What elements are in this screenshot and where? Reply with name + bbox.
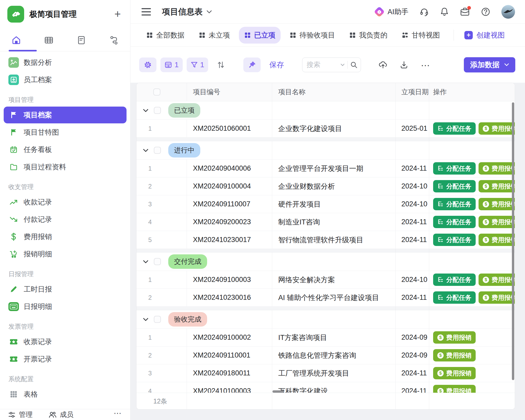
expense-report-button[interactable]: $费用报销: [479, 180, 515, 192]
manage-button[interactable]: 管理: [8, 410, 33, 419]
column-header-name[interactable]: 项目名称: [272, 83, 396, 101]
sidebar-item-2-3[interactable]: 报销明细: [4, 246, 127, 262]
create-view-button[interactable]: +创建视图: [464, 30, 505, 40]
group-checkbox[interactable]: [154, 258, 161, 265]
column-header-date[interactable]: 立项日期: [396, 83, 429, 101]
expense-report-button[interactable]: $费用报销: [479, 162, 515, 175]
search-input[interactable]: 搜索: [302, 57, 361, 72]
expense-report-button[interactable]: $费用报销: [433, 331, 476, 344]
sidebar-item-5-1[interactable]: 流程: [4, 403, 127, 406]
horizontal-scrollbar[interactable]: [272, 390, 284, 393]
expense-report-button[interactable]: $费用报销: [479, 216, 515, 228]
table-row[interactable]: 4XM202410100003万科数字化建设2024-11$费用报销: [136, 382, 515, 393]
project-name: AI 辅助个性化学习平台建设项目: [278, 293, 379, 302]
group-collapse-chevron-icon[interactable]: [143, 109, 149, 112]
assign-task-button[interactable]: 分配任务: [433, 122, 476, 135]
sidebar-tab-2[interactable]: [65, 35, 98, 45]
assign-task-button[interactable]: 分配任务: [433, 291, 476, 304]
settings-button[interactable]: [139, 57, 156, 72]
group-checkbox[interactable]: [154, 316, 161, 323]
user-avatar[interactable]: [501, 5, 515, 19]
add-workspace-button[interactable]: +: [112, 9, 123, 19]
sidebar-item-2-2[interactable]: 费用报销: [4, 228, 127, 245]
more-actions-icon[interactable]: …: [416, 57, 435, 72]
group-checkbox[interactable]: [154, 107, 161, 114]
select-all-checkbox[interactable]: [153, 88, 160, 96]
expense-report-button[interactable]: $费用报销: [433, 385, 476, 393]
table-row[interactable]: 2XM202410230016AI 辅助个性化学习平台建设项目2024-11分配…: [136, 289, 515, 307]
table-row[interactable]: 5XM202410230017智行物流管理软件升级项目2024-11分配任务$费…: [136, 231, 515, 249]
pin-button[interactable]: [243, 57, 261, 72]
table-row[interactable]: 2XM202409110001铁路信息化管理方案咨询2024-09$费用报销: [136, 346, 515, 364]
assign-task-button[interactable]: 分配任务: [433, 234, 476, 246]
assign-task-button[interactable]: 分配任务: [433, 198, 476, 210]
sidebar-item-2-0[interactable]: 收款记录: [4, 194, 127, 211]
import-icon[interactable]: [374, 61, 392, 69]
column-header-actions[interactable]: 操作: [429, 83, 515, 101]
filter-button[interactable]: 1: [187, 57, 208, 72]
table-row[interactable]: 1XM202409100002IT方案咨询项目2024-09$费用报销: [136, 329, 515, 346]
view-tab-4[interactable]: 我负责的: [344, 27, 393, 44]
expense-report-button[interactable]: $费用报销: [479, 122, 515, 135]
assign-task-button[interactable]: 分配任务: [433, 162, 476, 175]
sidebar-tab-0[interactable]: [0, 35, 33, 45]
search-scope-chevron-icon[interactable]: [340, 64, 345, 66]
sidebar-item-1-2[interactable]: 任务看板: [4, 141, 127, 158]
group-collapse-chevron-icon[interactable]: [143, 318, 149, 321]
sidebar-item-1-3[interactable]: 项目过程资料: [4, 159, 127, 175]
briefcase-icon[interactable]: [460, 7, 470, 17]
sidebar-tab-1[interactable]: [33, 35, 65, 45]
table-row[interactable]: 2XM202409100004企业业财数据分析2024-10分配任务$费用报销: [136, 177, 515, 195]
headset-icon[interactable]: [419, 7, 429, 17]
assign-task-button[interactable]: 分配任务: [433, 274, 476, 286]
view-tab-3[interactable]: 待验收项目: [284, 27, 340, 44]
sidebar-item-1-0[interactable]: 项目档案: [4, 107, 127, 123]
table-row[interactable]: 3XM202409180011工厂管理系统开发项目2024-11$费用报销: [136, 364, 515, 382]
sidebar-item-3-1[interactable]: 日报明细: [4, 298, 127, 315]
hamburger-menu-icon[interactable]: [141, 8, 151, 15]
column-header-code[interactable]: 项目编号: [187, 83, 272, 101]
members-button[interactable]: 成员: [48, 410, 74, 419]
sidebar-item-1-1[interactable]: 项目甘特图: [4, 124, 127, 141]
export-icon[interactable]: [396, 61, 412, 69]
group-collapse-chevron-icon[interactable]: [143, 260, 149, 264]
search-icon[interactable]: [350, 61, 358, 69]
sort-button[interactable]: [212, 57, 229, 72]
sidebar-item-0-1[interactable]: 员工档案: [4, 71, 127, 88]
sidebar-item-5-0[interactable]: 表格: [4, 386, 127, 403]
assign-task-button[interactable]: 分配任务: [433, 180, 476, 192]
sidebar-item-3-0[interactable]: 工时日报: [4, 281, 127, 298]
sidebar-more-button[interactable]: ⋯: [114, 408, 122, 420]
expense-report-button[interactable]: $费用报销: [479, 291, 515, 304]
sidebar-tab-3[interactable]: [98, 35, 130, 45]
expense-report-button[interactable]: $费用报销: [479, 274, 515, 286]
help-icon[interactable]: [481, 7, 490, 17]
view-tab-1[interactable]: 未立项: [193, 27, 235, 44]
view-tab-0[interactable]: 全部数据: [141, 27, 190, 44]
view-tab-5[interactable]: 甘特视图: [396, 27, 445, 44]
save-button[interactable]: 保存: [269, 60, 284, 70]
group-checkbox[interactable]: [154, 147, 161, 154]
table-row[interactable]: 1XM202501060001企业数字化建设项目2025-01分配任务$费用报销: [136, 120, 515, 138]
table-row[interactable]: 3XM202409110007硬件开发项目2024-10分配任务$费用报销: [136, 195, 515, 213]
sidebar-item-2-1[interactable]: 付款记录: [4, 211, 127, 228]
table-row[interactable]: 1XM202409040006企业管理平台开发项目一期2024-11分配任务$费…: [136, 160, 515, 177]
sidebar-item-4-1[interactable]: 开票记录: [4, 351, 127, 368]
add-data-button[interactable]: 添加数据: [464, 57, 515, 72]
table-row[interactable]: 4XM202409200023制造业IT咨询2024-11分配任务$费用报销: [136, 213, 515, 231]
expense-report-button[interactable]: $费用报销: [479, 234, 515, 246]
table-row[interactable]: 1XM202409100003网络安全解决方案2024-10分配任务$费用报销: [136, 271, 515, 289]
view-tab-2[interactable]: 已立项: [239, 27, 281, 44]
bell-icon[interactable]: [440, 7, 449, 17]
expense-report-button[interactable]: $费用报销: [433, 349, 476, 361]
title-chevron-down-icon[interactable]: [206, 10, 212, 14]
expense-report-button[interactable]: $费用报销: [479, 198, 515, 210]
vertical-scrollbar[interactable]: [512, 102, 514, 380]
sidebar-item-0-0[interactable]: 数据分析: [4, 54, 127, 71]
ai-assistant-button[interactable]: AI助手: [375, 7, 408, 17]
group-collapse-chevron-icon[interactable]: [143, 149, 149, 152]
fields-button[interactable]: 1: [160, 57, 183, 72]
expense-report-button[interactable]: $费用报销: [433, 367, 476, 379]
sidebar-item-4-0[interactable]: 收票记录: [4, 333, 127, 350]
assign-task-button[interactable]: 分配任务: [433, 216, 476, 228]
